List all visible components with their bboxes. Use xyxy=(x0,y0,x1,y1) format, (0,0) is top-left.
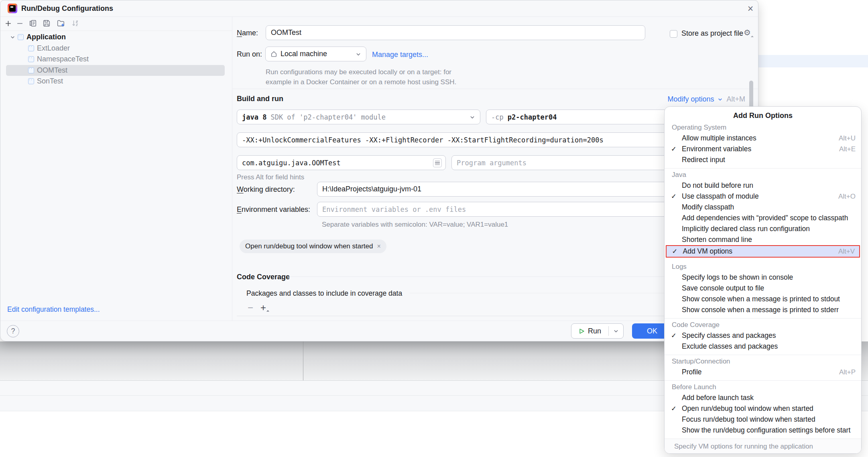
edit-configuration-templates-link[interactable]: Edit configuration templates... xyxy=(7,305,100,314)
tree-item[interactable]: ExtLoader xyxy=(6,43,225,54)
popup-menu-item[interactable]: ✓ Shorten command line xyxy=(665,234,861,245)
run-options-chevron[interactable] xyxy=(609,324,623,338)
toolbar-separator xyxy=(0,30,232,31)
run-on-select[interactable]: Local machine xyxy=(265,47,366,61)
tree-item[interactable]: NamespaceTest xyxy=(6,54,225,65)
open-tool-window-chip[interactable]: Open run/debug tool window when started … xyxy=(240,240,386,253)
gear-icon[interactable]: ⚙ xyxy=(744,28,751,37)
popup-menu-item[interactable]: ✓ Exclude classes and packages xyxy=(665,341,861,352)
popup-section-items: ✓ Allow multiple instances Alt+U ✓ Envir… xyxy=(665,133,861,165)
popup-section-header: Before Launch xyxy=(665,382,861,392)
add-run-options-popup: Add Run Options Operating System ✓ Allow… xyxy=(664,106,862,454)
popup-menu-item-label: Save console output to file xyxy=(682,284,851,292)
popup-menu-item[interactable]: ✓ Environment variables Alt+E xyxy=(665,144,861,154)
chevron-down-icon xyxy=(718,97,723,102)
vertical-scrollbar[interactable] xyxy=(749,81,753,109)
popup-menu-item[interactable]: ✓ Focus run/debug tool window when start… xyxy=(665,414,861,425)
intellij-logo-icon xyxy=(8,4,17,13)
popup-menu-item[interactable]: ✓ Save console output to file xyxy=(665,283,861,294)
popup-menu-item-shortcut: Alt+V xyxy=(838,248,855,256)
tree-group-label: Application xyxy=(26,33,66,41)
build-and-run-heading: Build and run xyxy=(237,95,283,103)
name-input[interactable] xyxy=(266,25,645,40)
copy-configuration-button[interactable] xyxy=(28,19,37,28)
chevron-down-icon[interactable] xyxy=(7,35,18,40)
popup-section: Java ✓ Do not build before run ✓ Use cla… xyxy=(665,169,861,260)
popup-section: Before Launch ✓ Add before launch task ✓… xyxy=(665,381,861,439)
popup-sections: Operating System ✓ Allow multiple instan… xyxy=(665,121,861,439)
coverage-add-button[interactable]: + xyxy=(260,302,266,313)
checkmark-icon: ✓ xyxy=(671,332,682,339)
popup-menu-item[interactable]: ✓ Specify classes and packages xyxy=(665,330,861,341)
popup-menu-item[interactable]: ✓ Do not build before run xyxy=(665,180,861,191)
remove-configuration-button[interactable] xyxy=(15,19,24,28)
popup-section-items: ✓ Specify logs to be shown in console ✓ … xyxy=(665,272,861,315)
popup-title: Add Run Options xyxy=(665,110,861,121)
popup-menu-item[interactable]: ✓ Show the run/debug configuration setti… xyxy=(665,425,861,436)
application-config-icon xyxy=(28,45,34,51)
run-on-value: Local machine xyxy=(281,50,327,58)
main-class-input[interactable] xyxy=(237,155,446,170)
chip-label: Open run/debug tool window when started xyxy=(245,242,373,250)
popup-menu-item[interactable]: ✓ Allow multiple instances Alt+U xyxy=(665,133,861,144)
tree-item[interactable]: SonTest xyxy=(6,76,225,87)
popup-menu-item[interactable]: ✓ Add before launch task xyxy=(665,392,861,403)
add-configuration-button[interactable] xyxy=(4,19,12,28)
coverage-remove-button[interactable]: − xyxy=(248,302,253,313)
popup-section-items: ✓ Specify classes and packages ✓ Exclude… xyxy=(665,330,861,352)
popup-menu-item[interactable]: ✓ Modify classpath xyxy=(665,202,861,213)
coverage-packages-label: Packages and classes to include in cover… xyxy=(246,289,402,298)
popup-section: Operating System ✓ Allow multiple instan… xyxy=(665,121,861,169)
popup-menu-item[interactable]: ✓ Show console when a message is printed… xyxy=(665,305,861,315)
help-button[interactable]: ? xyxy=(7,325,19,337)
chip-close-icon[interactable]: × xyxy=(377,243,380,250)
save-configuration-button[interactable] xyxy=(42,19,51,28)
popup-menu-item[interactable]: ✓ Use classpath of module Alt+O xyxy=(665,191,861,202)
run-on-hint-line2: example in a Docker Container or on a re… xyxy=(266,78,456,86)
application-config-icon xyxy=(18,34,24,40)
popup-menu-item-label: Use classpath of module xyxy=(682,192,833,201)
popup-menu-item[interactable]: ✓ Redirect input xyxy=(665,154,861,165)
modify-options-dropdown[interactable]: Modify options Alt+M xyxy=(665,95,745,104)
popup-menu-item-label: Implicitly declared class run configurat… xyxy=(682,225,851,233)
application-config-icon xyxy=(28,78,34,84)
run-debug-configurations-dialog: Run/Debug Configurations × xyxy=(0,0,758,341)
popup-section-header: Operating System xyxy=(665,122,861,133)
modify-options-label[interactable]: Modify options xyxy=(667,95,714,104)
sort-alphabetically-icon[interactable] xyxy=(71,19,79,28)
popup-section-header: Java xyxy=(665,170,861,180)
code-coverage-heading: Code Coverage xyxy=(237,273,290,281)
popup-menu-item[interactable]: ✓ Profile Alt+P xyxy=(665,367,861,378)
dialog-title: Run/Debug Configurations xyxy=(21,0,113,17)
popup-menu-item-label: Show the run/debug configuration setting… xyxy=(682,426,851,435)
popup-menu-item-label: Add before launch task xyxy=(682,394,851,402)
popup-menu-item-label: Allow multiple instances xyxy=(682,134,834,142)
popup-menu-item-shortcut: Alt+U xyxy=(839,134,856,142)
close-icon[interactable]: × xyxy=(744,2,757,16)
run-button[interactable]: Run xyxy=(571,323,624,339)
browse-main-class-icon[interactable] xyxy=(433,158,442,167)
popup-menu-item[interactable]: ✓ Implicitly declared class run configur… xyxy=(665,223,861,234)
popup-menu-item[interactable]: ✓ Add dependencies with “provided” scope… xyxy=(665,213,861,223)
popup-menu-item[interactable]: ✓ Specify logs to be shown in console xyxy=(665,272,861,283)
popup-menu-item-label: Do not build before run xyxy=(682,181,851,190)
new-folder-icon[interactable] xyxy=(57,19,65,28)
popup-menu-item-label: Show console when a message is printed t… xyxy=(682,306,851,314)
jdk-version: java 8 xyxy=(242,113,266,121)
tree-items: ExtLoader NamespaceTest OOMTest SonTest xyxy=(0,43,232,87)
tree-group-application[interactable]: Application xyxy=(6,32,225,43)
tree-item-label: ExtLoader xyxy=(37,44,70,53)
popup-menu-item-label: Redirect input xyxy=(682,156,851,164)
store-as-project-file-checkbox[interactable] xyxy=(670,30,677,38)
tree-item[interactable]: OOMTest xyxy=(6,65,225,76)
background-editor-band xyxy=(754,55,868,67)
popup-menu-item[interactable]: ✓ Open run/debug tool window when starte… xyxy=(665,403,861,414)
popup-menu-item-label: Modify classpath xyxy=(682,203,851,211)
environment-variables-hint: Separate variables with semicolon: VAR=v… xyxy=(322,221,508,229)
manage-targets-link[interactable]: Manage targets... xyxy=(372,51,428,59)
popup-menu-item[interactable]: ✓ Show console when a message is printed… xyxy=(665,294,861,305)
popup-menu-item-label: Add dependencies with “provided” scope t… xyxy=(682,214,851,222)
jdk-select[interactable]: java 8 SDK of 'p2-chapter04' module xyxy=(237,110,480,124)
popup-menu-item-shortcut: Alt+O xyxy=(838,193,856,201)
popup-menu-item[interactable]: ✓ Add VM options Alt+V xyxy=(666,245,860,258)
